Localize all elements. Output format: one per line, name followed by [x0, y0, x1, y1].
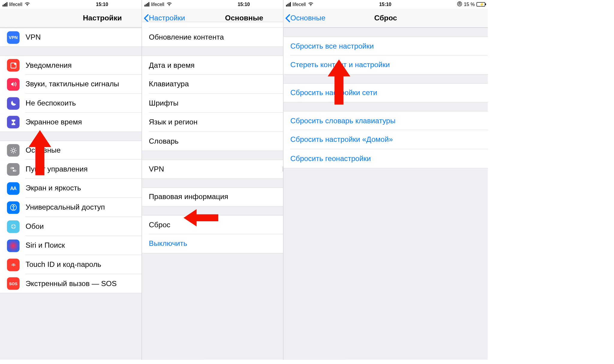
svg-point-3	[12, 149, 15, 152]
screentime-icon	[7, 116, 19, 128]
signal-icon	[3, 2, 7, 6]
wallpaper-icon	[7, 220, 19, 233]
clock: 15:10	[96, 2, 108, 7]
svg-point-7	[13, 170, 14, 171]
signal-icon	[286, 2, 291, 6]
sounds-icon	[7, 78, 19, 91]
row-label: Стереть контент и настройки	[291, 56, 488, 74]
notifications-icon	[7, 59, 19, 72]
accessibility-icon	[7, 201, 19, 214]
nav-bar: Основные Сброс	[283, 9, 488, 28]
status-bar: lifecell 15:10 15 % ⚡	[283, 0, 488, 9]
reset-screen: lifecell 15:10 15 % ⚡ Основные Сброс Сбр…	[283, 0, 488, 360]
row-reset-home[interactable]: Сбросить настройки «Домой»	[283, 130, 488, 149]
row-reset-network[interactable]: Сбросить настройки сети	[283, 83, 488, 103]
back-label: Основные	[291, 14, 326, 22]
carrier-label: lifecell	[293, 2, 306, 7]
signal-icon	[145, 2, 149, 6]
back-label: Настройки	[149, 14, 185, 22]
row-label: Сбросить настройки сети	[291, 84, 488, 102]
row-label: Сбросить настройки «Домой»	[291, 131, 488, 149]
svg-point-13	[12, 227, 13, 228]
battery-icon: ⚡	[476, 2, 485, 6]
svg-point-9	[13, 205, 14, 206]
display-icon: AA	[7, 182, 19, 195]
svg-point-12	[14, 225, 15, 226]
row-label: Сбросить словарь клавиатуры	[291, 112, 488, 130]
svg-point-5	[12, 168, 13, 169]
chevron-left-icon	[285, 14, 290, 22]
back-button[interactable]: Основные	[285, 9, 325, 28]
general-icon	[7, 144, 19, 157]
page-title: Сброс	[374, 14, 397, 22]
svg-point-11	[12, 225, 13, 226]
row-label: Сбросить все настройки	[291, 37, 488, 55]
svg-point-10	[11, 224, 15, 228]
row-erase-content[interactable]: Стереть контент и настройки	[283, 55, 488, 75]
row-reset-dictionary[interactable]: Сбросить словарь клавиатуры	[283, 111, 488, 130]
control-center-icon	[7, 163, 19, 175]
row-label: VPN	[149, 160, 282, 178]
chevron-left-icon	[144, 14, 149, 22]
row-label: Сбросить геонастройки	[291, 149, 488, 168]
dnd-icon	[7, 97, 19, 109]
svg-point-14	[14, 227, 15, 228]
carrier-label: lifecell	[9, 2, 22, 7]
wifi-icon	[166, 1, 172, 7]
wifi-icon	[24, 1, 30, 7]
carrier-label: lifecell	[151, 2, 164, 7]
battery-pct: 15 %	[464, 2, 475, 7]
page-title: Настройки	[83, 14, 122, 22]
clock: 15:10	[379, 2, 392, 7]
clock: 15:10	[238, 2, 250, 7]
orientation-lock-icon	[457, 1, 462, 7]
sos-icon: SOS	[7, 277, 19, 290]
siri-icon	[7, 239, 19, 252]
wifi-icon	[308, 1, 314, 7]
vpn-icon: VPN	[7, 31, 19, 43]
row-reset-location[interactable]: Сбросить геонастройки	[283, 149, 488, 169]
page-title: Основные	[225, 14, 263, 22]
svg-point-2	[14, 62, 16, 64]
touchid-icon	[7, 258, 19, 271]
row-reset-all[interactable]: Сбросить все настройки	[283, 37, 488, 56]
